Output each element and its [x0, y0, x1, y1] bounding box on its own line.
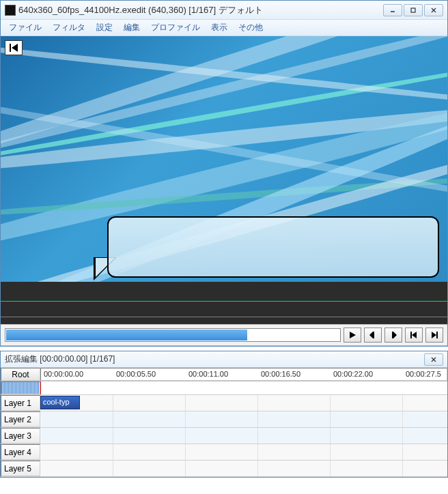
ruler-tick: 00:00:05.50 — [116, 370, 156, 378]
ruler-tick: 00:00:11.00 — [188, 370, 228, 378]
scale-slider[interactable] — [1, 381, 40, 394]
clip-cool-typ[interactable]: cool-typ — [40, 396, 80, 409]
svg-marker-10 — [393, 332, 397, 338]
playback-controls — [1, 324, 447, 346]
menu-other[interactable]: その他 — [233, 20, 268, 35]
layer-label[interactable]: Layer 5 — [1, 461, 40, 476]
timeline-panel: 拡張編集 [00:00:00.00] [1/167] Root 00:00:00… — [0, 351, 448, 478]
layer-row-5: Layer 5 — [1, 461, 447, 477]
playhead[interactable] — [40, 381, 41, 394]
window-controls — [382, 4, 443, 16]
frame-back-button[interactable] — [364, 328, 382, 343]
play-button[interactable] — [344, 328, 361, 343]
ruler-tick: 00:00:00.00 — [44, 370, 83, 378]
scale-track[interactable] — [40, 381, 447, 394]
timeline-titlebar[interactable]: 拡張編集 [00:00:00.00] [1/167] — [1, 351, 447, 368]
preview-area — [1, 36, 447, 324]
maximize-button[interactable] — [404, 4, 423, 16]
minimize-button[interactable] — [383, 4, 402, 16]
time-ruler[interactable]: 00:00:00.00 00:00:05.50 00:00:11.00 00:0… — [40, 368, 447, 381]
seek-bar[interactable] — [5, 328, 341, 342]
layer-label[interactable]: Layer 3 — [1, 428, 40, 444]
seek-bar-fill — [6, 330, 247, 340]
timeline-close-button[interactable] — [424, 353, 443, 366]
svg-rect-1 — [411, 8, 415, 12]
titlebar[interactable]: 640x360_60fps_44100Hz.exedit (640,360) [… — [1, 1, 447, 20]
ruler-tick: 00:00:16.50 — [261, 370, 300, 378]
root-button[interactable]: Root — [1, 368, 40, 381]
layer-label[interactable]: Layer 2 — [1, 411, 40, 427]
rewind-start-button[interactable] — [5, 40, 23, 55]
svg-marker-12 — [412, 332, 417, 338]
svg-marker-6 — [350, 332, 356, 338]
menu-profile[interactable]: プロファイル — [145, 20, 206, 35]
audio-waveform-area — [1, 282, 447, 324]
svg-marker-7 — [369, 332, 373, 338]
preview-canvas[interactable] — [1, 36, 447, 282]
layer-label[interactable]: Layer 4 — [1, 444, 40, 460]
app-icon — [5, 5, 16, 16]
menubar: ファイル フィルタ 設定 編集 プロファイル 表示 その他 — [1, 20, 447, 36]
menu-edit[interactable]: 編集 — [118, 20, 145, 35]
main-window: 640x360_60fps_44100Hz.exedit (640,360) [… — [0, 0, 448, 347]
ruler-tick: 00:00:22.00 — [333, 370, 373, 378]
speech-bubble — [107, 216, 439, 278]
layer-row-2: Layer 2 — [1, 411, 447, 428]
layer-row-3: Layer 3 — [1, 428, 447, 444]
svg-marker-5 — [12, 44, 18, 52]
frame-forward-button[interactable] — [384, 328, 402, 343]
menu-filter[interactable]: フィルタ — [47, 20, 91, 35]
layer-row-1: Layer 1 cool-typ — [1, 395, 447, 411]
timeline-title: 拡張編集 [00:00:00.00] [1/167] — [5, 353, 423, 365]
layer-track-4[interactable] — [40, 444, 447, 460]
menu-file[interactable]: ファイル — [3, 20, 47, 35]
close-button[interactable] — [424, 4, 443, 16]
menu-view[interactable]: 表示 — [206, 20, 233, 35]
scale-row — [1, 381, 447, 395]
window-title: 640x360_60fps_44100Hz.exedit (640,360) [… — [18, 4, 382, 16]
menu-settings[interactable]: 設定 — [91, 20, 118, 35]
layer-row-4: Layer 4 — [1, 444, 447, 461]
timeline-header: Root 00:00:00.00 00:00:05.50 00:00:11.00… — [1, 368, 447, 381]
layer-label[interactable]: Layer 1 — [1, 395, 40, 411]
layer-track-1[interactable]: cool-typ — [40, 395, 447, 411]
layer-track-2[interactable] — [40, 411, 447, 427]
skip-start-button[interactable] — [405, 328, 423, 343]
svg-marker-13 — [432, 332, 436, 338]
layer-track-5[interactable] — [40, 461, 447, 476]
skip-end-button[interactable] — [425, 328, 443, 343]
ruler-tick: 00:00:27.5 — [406, 370, 441, 378]
layer-track-3[interactable] — [40, 428, 447, 444]
